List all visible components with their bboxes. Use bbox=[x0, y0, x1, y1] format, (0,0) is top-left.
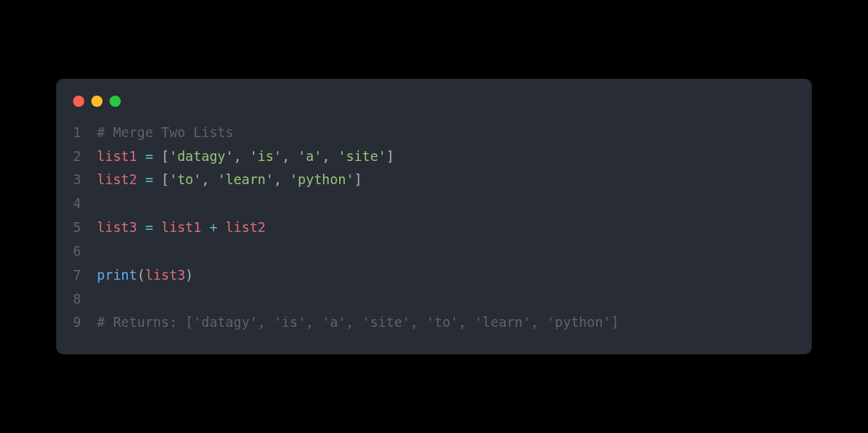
code-line: 8 bbox=[56, 287, 812, 311]
line-number: 7 bbox=[73, 264, 97, 287]
close-icon[interactable] bbox=[73, 96, 84, 107]
code-line: 4 bbox=[56, 192, 812, 216]
code-content: list1 = ['datagy', 'is', 'a', 'site'] bbox=[97, 145, 394, 169]
code-editor: 1 # Merge Two Lists 2 list1 = ['datagy',… bbox=[56, 121, 812, 335]
code-content: list2 = ['to', 'learn', 'python'] bbox=[97, 168, 362, 192]
maximize-icon[interactable] bbox=[110, 96, 121, 107]
code-line: 9 # Returns: ['datagy', 'is', 'a', 'site… bbox=[56, 311, 812, 335]
code-line: 1 # Merge Two Lists bbox=[56, 121, 812, 145]
line-number: 8 bbox=[73, 287, 97, 311]
code-line: 2 list1 = ['datagy', 'is', 'a', 'site'] bbox=[56, 145, 812, 169]
line-number: 6 bbox=[73, 240, 97, 264]
line-number: 9 bbox=[73, 311, 97, 335]
code-line: 3 list2 = ['to', 'learn', 'python'] bbox=[56, 168, 812, 192]
code-line: 6 bbox=[56, 240, 812, 264]
line-number: 5 bbox=[73, 216, 97, 240]
code-content: list3 = list1 + list2 bbox=[97, 216, 265, 240]
code-window: 1 # Merge Two Lists 2 list1 = ['datagy',… bbox=[56, 79, 812, 354]
code-line: 5 list3 = list1 + list2 bbox=[56, 216, 812, 240]
line-number: 1 bbox=[73, 121, 97, 145]
code-content: # Merge Two Lists bbox=[97, 121, 233, 145]
code-line: 7 print(list3) bbox=[56, 264, 812, 287]
line-number: 2 bbox=[73, 145, 97, 169]
line-number: 3 bbox=[73, 168, 97, 192]
code-content: print(list3) bbox=[97, 264, 193, 287]
code-content: # Returns: ['datagy', 'is', 'a', 'site',… bbox=[97, 311, 619, 335]
minimize-icon[interactable] bbox=[91, 96, 103, 107]
line-number: 4 bbox=[73, 192, 97, 216]
window-titlebar bbox=[56, 96, 812, 121]
